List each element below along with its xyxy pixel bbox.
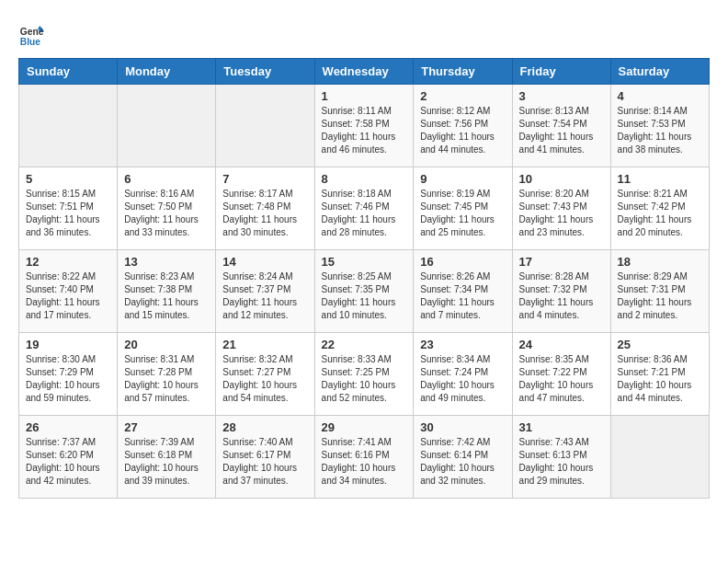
- day-number: 31: [519, 420, 604, 434]
- day-number: 24: [519, 338, 604, 351]
- day-info: Sunrise: 8:33 AM Sunset: 7:25 PM Dayligh…: [322, 353, 407, 405]
- calendar-cell: 12Sunrise: 8:22 AM Sunset: 7:40 PM Dayli…: [19, 250, 118, 333]
- calendar-cell: 16Sunrise: 8:26 AM Sunset: 7:34 PM Dayli…: [414, 250, 512, 333]
- day-info: Sunrise: 8:22 AM Sunset: 7:40 PM Dayligh…: [26, 270, 110, 322]
- day-info: Sunrise: 8:24 AM Sunset: 7:37 PM Dayligh…: [222, 270, 307, 322]
- weekday-row: SundayMondayTuesdayWednesdayThursdayFrid…: [19, 59, 710, 85]
- calendar-cell: 4Sunrise: 8:14 AM Sunset: 7:53 PM Daylig…: [610, 85, 709, 167]
- day-number: 21: [222, 338, 307, 351]
- day-number: 30: [420, 420, 505, 434]
- day-number: 3: [519, 89, 604, 103]
- calendar-week-5: 26Sunrise: 7:37 AM Sunset: 6:20 PM Dayli…: [19, 416, 710, 499]
- day-number: 14: [222, 255, 307, 269]
- day-number: 27: [124, 420, 209, 434]
- day-number: 6: [124, 172, 209, 186]
- day-info: Sunrise: 8:16 AM Sunset: 7:50 PM Dayligh…: [124, 188, 209, 239]
- logo: General Blue: [18, 23, 48, 49]
- calendar-cell: 5Sunrise: 8:15 AM Sunset: 7:51 PM Daylig…: [19, 167, 118, 250]
- calendar-body: 1Sunrise: 8:11 AM Sunset: 7:58 PM Daylig…: [19, 85, 710, 499]
- calendar-cell: 29Sunrise: 7:41 AM Sunset: 6:16 PM Dayli…: [314, 416, 414, 499]
- calendar-cell: 19Sunrise: 8:30 AM Sunset: 7:29 PM Dayli…: [19, 333, 118, 416]
- day-info: Sunrise: 8:15 AM Sunset: 7:51 PM Dayligh…: [26, 188, 110, 239]
- page-header: General Blue: [18, 18, 710, 49]
- logo-icon: General Blue: [18, 23, 44, 49]
- day-info: Sunrise: 8:18 AM Sunset: 7:46 PM Dayligh…: [322, 188, 407, 239]
- day-info: Sunrise: 8:19 AM Sunset: 7:45 PM Dayligh…: [420, 188, 505, 239]
- calendar-cell: 2Sunrise: 8:12 AM Sunset: 7:56 PM Daylig…: [414, 85, 512, 167]
- day-number: 20: [124, 338, 209, 351]
- calendar-cell: 30Sunrise: 7:42 AM Sunset: 6:14 PM Dayli…: [414, 416, 512, 499]
- day-info: Sunrise: 8:28 AM Sunset: 7:32 PM Dayligh…: [519, 270, 604, 322]
- calendar-cell: 9Sunrise: 8:19 AM Sunset: 7:45 PM Daylig…: [414, 167, 512, 250]
- day-number: 7: [222, 172, 307, 186]
- day-number: 11: [618, 172, 702, 186]
- calendar-week-4: 19Sunrise: 8:30 AM Sunset: 7:29 PM Dayli…: [19, 333, 710, 416]
- calendar-cell: 13Sunrise: 8:23 AM Sunset: 7:38 PM Dayli…: [118, 250, 216, 333]
- day-info: Sunrise: 8:35 AM Sunset: 7:22 PM Dayligh…: [519, 353, 604, 405]
- calendar-cell: [19, 85, 118, 167]
- calendar-cell: [610, 416, 709, 499]
- calendar-cell: [118, 85, 216, 167]
- day-info: Sunrise: 8:30 AM Sunset: 7:29 PM Dayligh…: [26, 353, 110, 405]
- calendar-cell: 26Sunrise: 7:37 AM Sunset: 6:20 PM Dayli…: [19, 416, 118, 499]
- calendar-cell: 23Sunrise: 8:34 AM Sunset: 7:24 PM Dayli…: [414, 333, 512, 416]
- day-info: Sunrise: 8:14 AM Sunset: 7:53 PM Dayligh…: [618, 105, 702, 156]
- weekday-header-thursday: Thursday: [414, 59, 512, 85]
- day-number: 22: [322, 338, 407, 351]
- calendar-cell: 14Sunrise: 8:24 AM Sunset: 7:37 PM Dayli…: [216, 250, 314, 333]
- day-info: Sunrise: 8:31 AM Sunset: 7:28 PM Dayligh…: [124, 353, 209, 405]
- calendar-week-2: 5Sunrise: 8:15 AM Sunset: 7:51 PM Daylig…: [19, 167, 710, 250]
- day-number: 19: [26, 338, 110, 351]
- day-number: 10: [519, 172, 604, 186]
- calendar-cell: 1Sunrise: 8:11 AM Sunset: 7:58 PM Daylig…: [314, 85, 414, 167]
- weekday-header-friday: Friday: [512, 59, 610, 85]
- calendar-cell: 31Sunrise: 7:43 AM Sunset: 6:13 PM Dayli…: [512, 416, 610, 499]
- day-info: Sunrise: 7:40 AM Sunset: 6:17 PM Dayligh…: [222, 436, 307, 488]
- day-info: Sunrise: 8:13 AM Sunset: 7:54 PM Dayligh…: [519, 105, 604, 156]
- calendar-cell: 22Sunrise: 8:33 AM Sunset: 7:25 PM Dayli…: [314, 333, 414, 416]
- calendar-cell: 6Sunrise: 8:16 AM Sunset: 7:50 PM Daylig…: [118, 167, 216, 250]
- day-info: Sunrise: 8:12 AM Sunset: 7:56 PM Dayligh…: [420, 105, 505, 156]
- weekday-header-sunday: Sunday: [19, 59, 118, 85]
- calendar-cell: 7Sunrise: 8:17 AM Sunset: 7:48 PM Daylig…: [216, 167, 314, 250]
- day-info: Sunrise: 8:36 AM Sunset: 7:21 PM Dayligh…: [618, 353, 702, 405]
- day-info: Sunrise: 7:37 AM Sunset: 6:20 PM Dayligh…: [26, 436, 110, 488]
- day-info: Sunrise: 8:34 AM Sunset: 7:24 PM Dayligh…: [420, 353, 505, 405]
- day-number: 12: [26, 255, 110, 269]
- calendar-cell: 11Sunrise: 8:21 AM Sunset: 7:42 PM Dayli…: [610, 167, 709, 250]
- day-info: Sunrise: 8:32 AM Sunset: 7:27 PM Dayligh…: [222, 353, 307, 405]
- calendar-cell: 24Sunrise: 8:35 AM Sunset: 7:22 PM Dayli…: [512, 333, 610, 416]
- calendar-cell: 25Sunrise: 8:36 AM Sunset: 7:21 PM Dayli…: [610, 333, 709, 416]
- calendar-header: SundayMondayTuesdayWednesdayThursdayFrid…: [19, 59, 710, 85]
- calendar-cell: 8Sunrise: 8:18 AM Sunset: 7:46 PM Daylig…: [314, 167, 414, 250]
- svg-text:Blue: Blue: [20, 37, 41, 47]
- day-number: 9: [420, 172, 505, 186]
- day-info: Sunrise: 8:26 AM Sunset: 7:34 PM Dayligh…: [420, 270, 505, 322]
- day-info: Sunrise: 8:20 AM Sunset: 7:43 PM Dayligh…: [519, 188, 604, 239]
- calendar-cell: 27Sunrise: 7:39 AM Sunset: 6:18 PM Dayli…: [118, 416, 216, 499]
- calendar-week-1: 1Sunrise: 8:11 AM Sunset: 7:58 PM Daylig…: [19, 85, 710, 167]
- day-number: 1: [322, 89, 407, 103]
- day-number: 16: [420, 255, 505, 269]
- day-info: Sunrise: 8:17 AM Sunset: 7:48 PM Dayligh…: [222, 188, 307, 239]
- day-number: 29: [322, 420, 407, 434]
- day-number: 23: [420, 338, 505, 351]
- calendar-week-3: 12Sunrise: 8:22 AM Sunset: 7:40 PM Dayli…: [19, 250, 710, 333]
- calendar-cell: 20Sunrise: 8:31 AM Sunset: 7:28 PM Dayli…: [118, 333, 216, 416]
- day-info: Sunrise: 8:25 AM Sunset: 7:35 PM Dayligh…: [322, 270, 407, 322]
- calendar-cell: 17Sunrise: 8:28 AM Sunset: 7:32 PM Dayli…: [512, 250, 610, 333]
- calendar: SundayMondayTuesdayWednesdayThursdayFrid…: [18, 58, 710, 499]
- day-number: 28: [222, 420, 307, 434]
- calendar-cell: 3Sunrise: 8:13 AM Sunset: 7:54 PM Daylig…: [512, 85, 610, 167]
- day-number: 26: [26, 420, 110, 434]
- day-number: 8: [322, 172, 407, 186]
- day-number: 5: [26, 172, 110, 186]
- calendar-cell: 28Sunrise: 7:40 AM Sunset: 6:17 PM Dayli…: [216, 416, 314, 499]
- weekday-header-monday: Monday: [118, 59, 216, 85]
- day-info: Sunrise: 8:29 AM Sunset: 7:31 PM Dayligh…: [618, 270, 702, 322]
- day-number: 25: [618, 338, 702, 351]
- day-number: 2: [420, 89, 505, 103]
- calendar-cell: 18Sunrise: 8:29 AM Sunset: 7:31 PM Dayli…: [610, 250, 709, 333]
- day-info: Sunrise: 7:43 AM Sunset: 6:13 PM Dayligh…: [519, 436, 604, 488]
- day-info: Sunrise: 8:21 AM Sunset: 7:42 PM Dayligh…: [618, 188, 702, 239]
